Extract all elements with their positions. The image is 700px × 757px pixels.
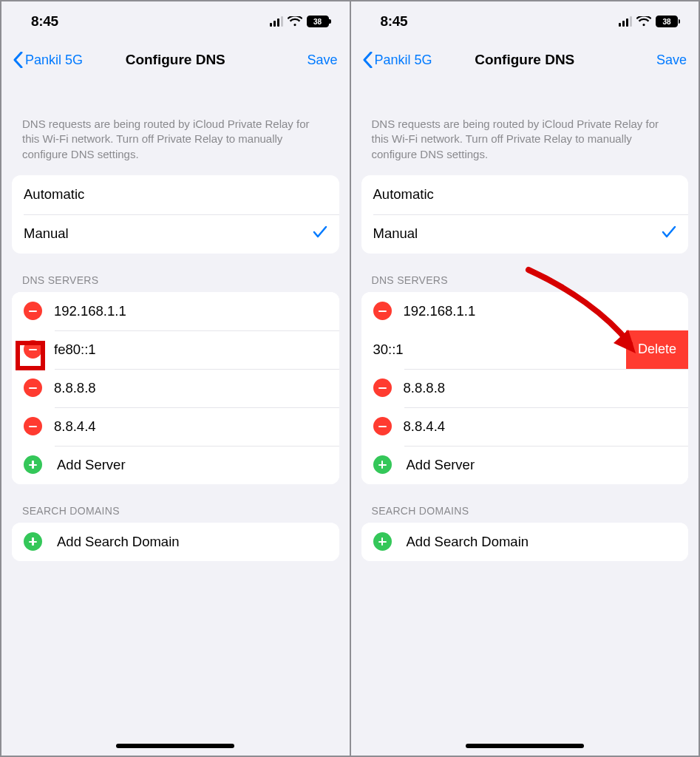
dns-server-row[interactable]: fe80::1	[12, 330, 339, 369]
mode-manual-label: Manual	[373, 225, 418, 242]
remove-icon[interactable]	[24, 378, 42, 397]
delete-label: Delete	[638, 342, 676, 357]
status-right: 38	[619, 16, 678, 27]
battery-icon: 38	[307, 16, 329, 27]
remove-icon[interactable]	[373, 417, 392, 435]
add-icon[interactable]	[373, 455, 392, 474]
mode-manual-row[interactable]: Manual	[12, 214, 339, 254]
home-indicator[interactable]	[116, 744, 234, 748]
dns-server-value: 8.8.8.8	[54, 380, 96, 396]
cellular-signal-icon	[270, 16, 283, 27]
dns-servers-header: DNS SERVERS	[1, 274, 350, 292]
battery-percentage: 38	[662, 18, 670, 26]
add-server-row[interactable]: Add Server	[12, 446, 339, 484]
add-server-row[interactable]: Add Server	[361, 446, 689, 484]
add-icon[interactable]	[24, 532, 42, 551]
mode-group: Automatic Manual	[12, 175, 339, 254]
add-server-label: Add Server	[57, 457, 126, 473]
mode-automatic-label: Automatic	[373, 186, 434, 203]
dns-server-row[interactable]: 192.168.1.1	[12, 292, 339, 330]
remove-icon[interactable]	[373, 378, 392, 397]
dns-server-value: 192.168.1.1	[404, 303, 476, 319]
save-button[interactable]: Save	[656, 52, 687, 68]
add-search-domain-label: Add Search Domain	[57, 534, 180, 550]
search-domains-header: SEARCH DOMAINS	[351, 505, 699, 523]
remove-icon[interactable]	[373, 302, 392, 320]
mode-group: Automatic Manual	[361, 175, 689, 254]
wifi-icon	[288, 16, 302, 27]
mode-manual-row[interactable]: Manual	[361, 214, 689, 254]
dns-server-row-swiped[interactable]: 30::1 Delete	[361, 330, 689, 369]
dns-servers-group: 192.168.1.1 fe80::1 8.8.8.8 8.8.4.4 Add …	[12, 292, 339, 484]
home-indicator[interactable]	[466, 744, 584, 748]
add-icon[interactable]	[24, 455, 42, 474]
dns-server-value: 8.8.4.4	[404, 418, 446, 435]
status-time: 8:45	[31, 13, 58, 30]
phone-right: 8:45 38 Pankil 5G Configure DNS Save DNS…	[351, 1, 699, 756]
status-bar: 8:45 38	[1, 1, 350, 41]
mode-automatic-label: Automatic	[24, 186, 84, 203]
add-search-domain-row[interactable]: Add Search Domain	[361, 523, 689, 561]
dns-server-row[interactable]: 8.8.8.8	[12, 369, 339, 407]
remove-icon[interactable]	[24, 340, 42, 359]
dns-servers-header: DNS SERVERS	[351, 274, 699, 292]
dns-servers-group: 192.168.1.1 30::1 Delete 8.8.8.8 8.8.4.4	[361, 292, 689, 484]
dns-server-row[interactable]: 8.8.8.8	[361, 369, 689, 407]
status-bar: 8:45 38	[351, 1, 699, 41]
dns-server-value: 30::1	[373, 342, 404, 358]
dns-server-value: fe80::1	[54, 342, 96, 358]
add-server-label: Add Server	[407, 457, 475, 473]
battery-percentage: 38	[313, 18, 322, 26]
dns-server-value: 8.8.8.8	[404, 380, 446, 396]
info-text: DNS requests are being routed by iCloud …	[351, 78, 699, 175]
add-search-domain-row[interactable]: Add Search Domain	[12, 523, 339, 561]
two-screenshot-container: 8:45 38 Pankil 5G Configure DNS Save DNS…	[0, 0, 700, 757]
add-search-domain-label: Add Search Domain	[407, 534, 529, 550]
back-button[interactable]: Pankil 5G	[363, 52, 432, 68]
search-domains-group: Add Search Domain	[12, 523, 339, 561]
wifi-icon	[636, 16, 651, 27]
save-button[interactable]: Save	[307, 52, 337, 68]
mode-manual-label: Manual	[24, 225, 69, 242]
dns-server-value: 8.8.4.4	[54, 418, 96, 435]
mode-automatic-row[interactable]: Automatic	[361, 175, 689, 214]
search-domains-header: SEARCH DOMAINS	[1, 505, 350, 523]
back-label: Pankil 5G	[375, 52, 432, 68]
checkmark-icon	[313, 225, 327, 242]
cellular-signal-icon	[619, 16, 632, 27]
dns-server-row[interactable]: 8.8.4.4	[361, 407, 689, 446]
dns-server-value: 192.168.1.1	[54, 303, 126, 319]
remove-icon[interactable]	[24, 302, 42, 320]
back-label: Pankil 5G	[25, 52, 83, 68]
status-right: 38	[270, 16, 329, 27]
nav-header: Pankil 5G Configure DNS Save	[351, 41, 699, 78]
nav-header: Pankil 5G Configure DNS Save	[1, 41, 350, 78]
status-time: 8:45	[381, 13, 408, 30]
add-icon[interactable]	[373, 532, 392, 551]
back-button[interactable]: Pankil 5G	[13, 52, 83, 68]
delete-button[interactable]: Delete	[626, 330, 688, 369]
chevron-left-icon	[13, 52, 23, 68]
remove-icon[interactable]	[24, 417, 42, 435]
checkmark-icon	[662, 225, 676, 242]
mode-automatic-row[interactable]: Automatic	[12, 175, 339, 214]
chevron-left-icon	[363, 52, 373, 68]
dns-server-row[interactable]: 8.8.4.4	[12, 407, 339, 446]
battery-icon: 38	[656, 16, 678, 27]
phone-left: 8:45 38 Pankil 5G Configure DNS Save DNS…	[1, 1, 350, 756]
dns-server-row[interactable]: 192.168.1.1	[361, 292, 689, 330]
info-text: DNS requests are being routed by iCloud …	[1, 78, 350, 175]
search-domains-group: Add Search Domain	[361, 523, 689, 561]
